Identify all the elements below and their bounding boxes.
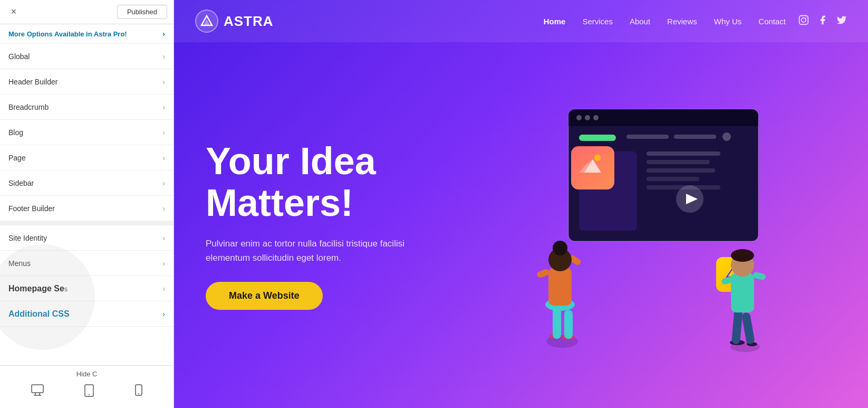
navbar: ASTRA Home Services About Reviews Why Us…	[174, 0, 868, 42]
social-icons	[798, 15, 847, 28]
svg-point-5	[89, 394, 90, 395]
nav-link-about[interactable]: About	[630, 17, 650, 26]
menu-item-additional-css[interactable]: Additional CSS ›	[0, 301, 173, 327]
chevron-right-icon: ›	[162, 154, 165, 162]
instagram-icon[interactable]	[798, 15, 809, 28]
svg-point-11	[802, 17, 806, 22]
svg-rect-42	[564, 310, 573, 339]
svg-rect-45	[536, 268, 551, 278]
hero-illustration	[469, 99, 836, 352]
chevron-right-icon: ›	[162, 259, 165, 268]
chevron-right-icon: ›	[162, 128, 165, 137]
device-switcher-bar: Hide C	[0, 365, 173, 408]
menu-list: Global › Header Builder › Breadcrumb › B…	[0, 44, 173, 365]
menu-item-label: Blog	[8, 128, 23, 137]
menu-item-header-builder[interactable]: Header Builder ›	[0, 69, 173, 94]
preview-area: ASTRA Home Services About Reviews Why Us…	[174, 0, 868, 408]
hero-subtitle: Pulvinar enim ac tortor nulla facilisi t…	[206, 236, 448, 265]
logo-icon	[195, 10, 218, 33]
svg-rect-54	[741, 311, 755, 344]
nav-link-services[interactable]: Services	[582, 17, 613, 26]
facebook-icon[interactable]	[817, 15, 828, 28]
svg-point-16	[576, 115, 582, 120]
twitter-icon[interactable]	[836, 15, 847, 28]
hide-controls-label: Hide C	[68, 368, 106, 380]
tablet-device-button[interactable]	[80, 382, 98, 402]
menu-item-label: Page	[8, 154, 26, 162]
menu-item-label: Menus	[8, 259, 31, 268]
nav-link-reviews[interactable]: Reviews	[667, 17, 697, 26]
menu-item-homepage[interactable]: Homepage Ses ›	[0, 276, 173, 301]
svg-rect-20	[626, 135, 669, 139]
svg-point-12	[806, 17, 807, 18]
svg-rect-57	[753, 271, 766, 281]
menu-item-label: Global	[8, 52, 30, 61]
logo-text: ASTRA	[224, 13, 274, 30]
svg-rect-44	[548, 268, 572, 306]
customizer-panel: × Published More Options Available in As…	[0, 0, 174, 408]
svg-point-7	[138, 393, 139, 394]
menu-item-label: Header Builder	[8, 78, 57, 86]
chevron-right-icon: ›	[162, 234, 165, 242]
desktop-device-button[interactable]	[27, 382, 48, 402]
menu-item-label: Sidebar	[8, 179, 34, 187]
hero-title: Your Idea Matters!	[206, 140, 448, 224]
hero-section: Your Idea Matters! Pulvinar enim ac tort…	[174, 42, 868, 408]
top-bar: × Published	[0, 0, 173, 24]
nav-link-why-us[interactable]: Why Us	[714, 17, 742, 26]
cta-button[interactable]: Make a Website	[206, 282, 323, 310]
chevron-right-icon: ›	[162, 204, 165, 213]
chevron-right-icon: ›	[162, 78, 165, 86]
svg-rect-10	[799, 15, 808, 24]
svg-point-34	[594, 155, 601, 161]
nav-links: Home Services About Reviews Why Us Conta…	[544, 17, 786, 26]
svg-rect-26	[647, 168, 715, 173]
svg-rect-53	[731, 309, 743, 344]
svg-point-18	[593, 115, 599, 120]
svg-point-49	[556, 241, 564, 250]
menu-item-sidebar[interactable]: Sidebar ›	[0, 170, 173, 196]
menu-item-footer-builder[interactable]: Footer Builder ›	[0, 196, 173, 221]
svg-rect-19	[579, 135, 616, 141]
nav-link-contact[interactable]: Contact	[758, 17, 786, 26]
menu-item-page[interactable]: Page ›	[0, 145, 173, 170]
svg-rect-24	[647, 151, 720, 156]
nav-link-home[interactable]: Home	[544, 17, 566, 26]
menu-item-label: Footer Builder	[8, 204, 55, 213]
chevron-right-icon: ›	[162, 103, 165, 111]
svg-point-17	[585, 115, 590, 120]
chevron-right-icon: ›	[162, 179, 165, 187]
menu-item-label: Site Identity	[8, 234, 47, 242]
menu-item-global[interactable]: Global ›	[0, 44, 173, 69]
svg-rect-25	[647, 160, 710, 164]
close-button[interactable]: ×	[6, 5, 21, 20]
chevron-right-icon: ›	[162, 310, 165, 318]
menu-item-menus[interactable]: Menus ›	[0, 251, 173, 276]
hero-content: Your Idea Matters! Pulvinar enim ac tort…	[206, 140, 448, 310]
menu-item-label: Breadcrumb	[8, 103, 49, 111]
svg-point-59	[731, 249, 754, 262]
menu-item-label: Homepage Ses	[8, 284, 67, 293]
menu-item-breadcrumb[interactable]: Breadcrumb ›	[0, 94, 173, 120]
chevron-right-icon: ›	[162, 52, 165, 61]
hero-title-line2: Matters!	[206, 182, 448, 224]
promo-label: More Options Available in Astra Pro!	[8, 30, 127, 38]
illustration-svg	[516, 99, 790, 352]
additional-css-label: Additional CSS	[8, 309, 70, 319]
logo-area: ASTRA	[195, 10, 274, 33]
promo-chevron-icon: ›	[162, 30, 165, 38]
menu-item-site-identity[interactable]: Site Identity ›	[0, 225, 173, 251]
promo-bar[interactable]: More Options Available in Astra Pro! ›	[0, 24, 173, 44]
menu-item-blog[interactable]: Blog ›	[0, 120, 173, 145]
chevron-right-icon: ›	[162, 284, 165, 293]
svg-rect-0	[32, 385, 43, 393]
published-button[interactable]: Published	[117, 5, 167, 19]
svg-point-22	[722, 132, 731, 141]
svg-rect-21	[674, 135, 716, 139]
svg-rect-27	[647, 177, 699, 181]
mobile-device-button[interactable]	[131, 382, 147, 402]
hero-title-line1: Your Idea	[206, 140, 448, 182]
